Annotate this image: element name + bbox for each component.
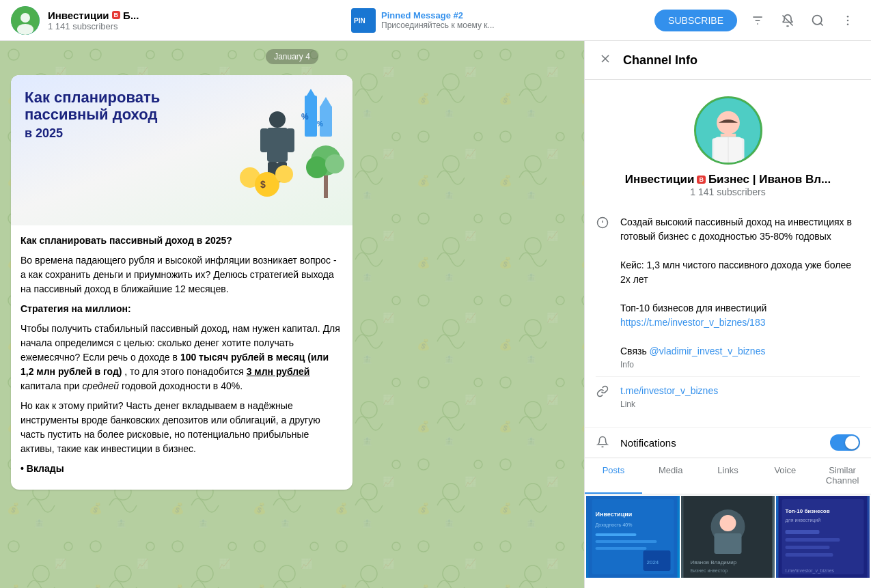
- info-row-description: Создай высокий пассивный доход на инвест…: [596, 208, 860, 377]
- pinned-thumbnail: PIN: [351, 8, 376, 33]
- svg-text:Инвестиции: Инвестиции: [596, 511, 633, 518]
- svg-text:t.me/investor_v_biznes: t.me/investor_v_biznes: [786, 568, 835, 574]
- header-subscribers: 1 141 subscribers: [48, 21, 343, 31]
- close-button[interactable]: [596, 49, 615, 71]
- tab-media[interactable]: Media: [642, 458, 700, 494]
- svg-point-1: [20, 13, 30, 23]
- info-link-content: t.me/investor_v_biznes Link: [620, 384, 860, 409]
- pinned-text: Pinned Message #2 Присоединяйтесь к моем…: [381, 10, 495, 30]
- notification-icon: [596, 436, 609, 451]
- message-card: Как спланироватьпассивный доход в 2025: [11, 75, 352, 490]
- info-icon: [596, 216, 609, 232]
- panel-header: Channel Info: [585, 41, 871, 80]
- tab-content: Инвестиции Доходность 40% 2024 Иванов Вл…: [585, 494, 871, 588]
- svg-point-39: [306, 156, 328, 178]
- filter-icon[interactable]: [745, 8, 770, 33]
- message-body: Как спланировать пассивный доход в 2025?…: [11, 225, 352, 490]
- svg-rect-57: [596, 533, 637, 536]
- svg-text:2024: 2024: [647, 559, 659, 565]
- more-icon[interactable]: [835, 8, 860, 33]
- tab-similar[interactable]: Similar Channel: [814, 458, 871, 494]
- link-icon: [596, 385, 609, 400]
- date-bubble: January 4: [0, 41, 584, 72]
- header: Инвестиции В Б... 1 141 subscribers PIN …: [0, 0, 871, 41]
- svg-rect-75: [786, 553, 833, 557]
- para-complex: Чтобы получить стабильный пассивный дохо…: [20, 322, 343, 393]
- link-label: Link: [620, 400, 860, 409]
- info-description: Создай высокий пассивный доход на инвест…: [620, 215, 860, 369]
- image-figure: % %: [223, 82, 346, 219]
- svg-text:Доходность 40%: Доходность 40%: [596, 522, 633, 528]
- svg-point-64: [720, 515, 736, 531]
- date-label: January 4: [266, 49, 318, 64]
- mute-icon[interactable]: [775, 8, 800, 33]
- info-label: Info: [620, 360, 860, 369]
- svg-text:Иванов Владимир: Иванов Владимир: [691, 559, 737, 565]
- tabs-bar: Posts Media Links Voice Similar Channel: [585, 458, 871, 494]
- search-icon[interactable]: [805, 8, 830, 33]
- message-text: Как спланировать пассивный доход в 2025?…: [20, 234, 343, 476]
- avatar-container: [585, 80, 871, 173]
- header-icons: [745, 8, 860, 33]
- svg-rect-65: [715, 533, 742, 554]
- header-channel-info: Инвестиции В Б... 1 141 subscribers: [48, 10, 343, 31]
- channel-name-large: Инвестиции В Бизнес | Иванов Вл...: [585, 173, 871, 186]
- notifications-toggle[interactable]: [830, 434, 860, 451]
- svg-point-13: [847, 23, 849, 25]
- message-image: Как спланироватьпассивный доход в 2025: [11, 75, 352, 225]
- svg-text:PIN: PIN: [354, 17, 365, 25]
- info-section: Создай высокий пассивный доход на инвест…: [585, 208, 871, 427]
- svg-rect-59: [596, 547, 647, 550]
- svg-point-11: [847, 15, 849, 17]
- pinned-title: Pinned Message #2: [381, 10, 495, 20]
- svg-text:%: %: [301, 112, 309, 122]
- image-year: в 2025: [25, 126, 63, 141]
- channel-badge: В: [112, 11, 121, 19]
- main: 💰 📈 🏦 January 4 Как спланироватьпассив: [0, 41, 871, 588]
- svg-text:$: $: [260, 179, 266, 190]
- subscribe-button[interactable]: SUBSCRIBE: [654, 10, 737, 31]
- svg-line-10: [820, 23, 823, 25]
- svg-rect-28: [267, 128, 288, 162]
- channel-subscribers: 1 141 subscribers: [585, 186, 871, 197]
- svg-marker-24: [320, 97, 332, 107]
- svg-rect-73: [786, 538, 840, 542]
- info-link[interactable]: https://t.me/investor_v_biznes/183: [620, 317, 765, 328]
- panel-title: Channel Info: [623, 53, 697, 68]
- pinned-message[interactable]: PIN Pinned Message #2 Присоединяйтесь к …: [351, 8, 646, 33]
- tab-posts[interactable]: Posts: [585, 458, 642, 494]
- channel-avatar-small[interactable]: [11, 6, 40, 35]
- svg-rect-74: [786, 546, 830, 549]
- channel-link[interactable]: t.me/investor_v_biznes: [620, 384, 860, 398]
- thumbnail-3[interactable]: Топ-10 бизнесов для инвестиций t.me/inve…: [776, 496, 870, 578]
- svg-marker-22: [305, 89, 317, 99]
- svg-rect-29: [260, 128, 268, 152]
- right-panel: Channel Info Инвестиции В: [584, 41, 871, 588]
- svg-point-40: [325, 154, 344, 173]
- notifications-row: Notifications: [585, 427, 871, 458]
- contact-link[interactable]: @vladimir_invest_v_biznes: [650, 346, 766, 356]
- tab-links[interactable]: Links: [700, 458, 757, 494]
- channel-name: Инвестиции В Б...: [48, 10, 343, 21]
- svg-point-12: [847, 19, 849, 21]
- svg-text:для инвестиций: для инвестиций: [786, 518, 821, 523]
- chat-area[interactable]: 💰 📈 🏦 January 4 Как спланироватьпассив: [0, 41, 584, 588]
- svg-point-9: [813, 15, 822, 24]
- thumbnail-2[interactable]: Иванов Владимир Бизнес инвестор: [681, 496, 775, 578]
- panel-badge: В: [697, 176, 706, 184]
- svg-rect-58: [596, 540, 657, 543]
- svg-rect-30: [286, 128, 294, 152]
- svg-text:Топ-10 бизнесов: Топ-10 бизнесов: [786, 508, 830, 514]
- svg-rect-72: [786, 530, 820, 534]
- svg-text:Бизнес инвестор: Бизнес инвестор: [691, 568, 728, 574]
- svg-text:%: %: [317, 120, 323, 128]
- svg-rect-47: [720, 134, 736, 137]
- svg-point-27: [269, 111, 286, 128]
- pinned-desc: Присоединяйтесь к моему к...: [381, 20, 495, 30]
- channel-avatar-large: [694, 96, 762, 165]
- info-row-link: t.me/investor_v_biznes Link: [596, 377, 860, 416]
- image-title: Как спланироватьпассивный доход: [25, 89, 160, 124]
- thumbnail-1[interactable]: Инвестиции Доходность 40% 2024: [586, 496, 680, 578]
- message-container: Как спланироватьпассивный доход в 2025: [0, 72, 584, 492]
- tab-voice[interactable]: Voice: [756, 458, 814, 494]
